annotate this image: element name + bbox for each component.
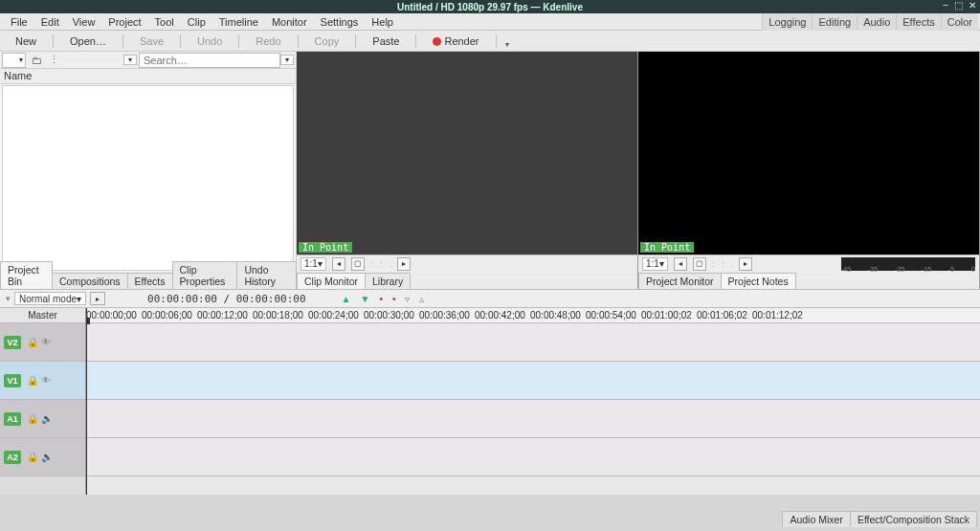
tab-project-notes[interactable]: Project Notes <box>721 273 796 289</box>
bin-view-dropdown[interactable] <box>2 53 26 68</box>
workspace-audio[interactable]: Audio <box>857 14 896 30</box>
marker-in-icon[interactable]: ▲ <box>339 294 354 304</box>
redo-button[interactable]: Redo <box>246 33 290 49</box>
tab-effects[interactable]: Effects <box>127 273 173 289</box>
menu-timeline[interactable]: Timeline <box>212 14 265 30</box>
track-row-a2[interactable] <box>86 438 980 476</box>
workspace-color[interactable]: Color <box>941 14 978 30</box>
menu-edit[interactable]: Edit <box>34 14 66 30</box>
mute-icon[interactable]: 🔈 <box>41 452 53 462</box>
menu-view[interactable]: View <box>66 14 102 30</box>
track-header-a2[interactable]: A2 🔒🔈 <box>0 438 85 476</box>
track-header-a1[interactable]: A1 🔒🔈 <box>0 400 85 438</box>
master-track-header[interactable]: Master <box>0 308 85 323</box>
menu-clip[interactable]: Clip <box>181 14 212 30</box>
track-row-v2[interactable] <box>86 323 980 362</box>
menu-settings[interactable]: Settings <box>314 14 366 30</box>
render-dropdown-icon[interactable] <box>505 37 513 45</box>
bin-list[interactable] <box>2 85 294 271</box>
playhead[interactable] <box>86 308 87 495</box>
bin-tabs: Project Bin Compositions Effects Clip Pr… <box>0 272 296 289</box>
tab-effect-stack[interactable]: Effect/Composition Stack <box>850 511 977 527</box>
clip-prev-button[interactable]: ◂ <box>332 257 345 271</box>
render-button[interactable]: Render <box>423 33 488 49</box>
minimize-icon[interactable]: − <box>943 0 948 11</box>
undo-button[interactable]: Undo <box>188 33 232 49</box>
lock-icon[interactable]: 🔒 <box>27 452 38 462</box>
menu-file[interactable]: File <box>4 14 34 30</box>
lock-icon[interactable]: 🔒 <box>27 375 38 386</box>
eye-icon[interactable]: 👁 <box>41 337 51 347</box>
clip-next-button[interactable]: ▸ <box>397 257 411 271</box>
menu-tool[interactable]: Tool <box>148 14 181 30</box>
main-toolbar: New Open… Save Undo Redo Copy Paste Rend… <box>0 31 980 52</box>
ruler-tick: 00:00:06;00 <box>142 310 197 321</box>
ruler-tick: 00:01:12;02 <box>752 310 808 321</box>
timeline-timecode: 00:00:00:00 / 00:00:00:00 <box>142 293 312 305</box>
track-row-a1[interactable] <box>86 400 980 438</box>
project-zoom-select[interactable]: 1:1 ▾ <box>642 257 668 271</box>
lock-icon[interactable]: 🔒 <box>27 413 38 424</box>
menu-project[interactable]: Project <box>101 14 147 30</box>
sort-icon[interactable]: ⋮ <box>45 54 62 66</box>
folder-icon[interactable]: 🗀 <box>28 55 45 66</box>
window-title: Untitled / HD 1080p 29.97 fps — Kdenlive <box>397 2 583 12</box>
timeline-play-button[interactable]: ▸ <box>90 292 105 305</box>
marker-guide2-icon[interactable]: ▵ <box>416 294 427 304</box>
menu-monitor[interactable]: Monitor <box>265 14 314 30</box>
eye-icon[interactable]: 👁 <box>41 375 51 386</box>
timeline-toolbar: ▾ Normal mode ▾ ▸ 00:00:00:00 / 00:00:00… <box>0 289 980 308</box>
ruler-tick: 00:00:24;00 <box>308 310 364 321</box>
compositing-dropdown-icon[interactable]: ▾ <box>6 294 11 303</box>
bin-search-options-dropdown[interactable] <box>280 55 294 65</box>
track-header-v2[interactable]: V2 🔒👁 <box>0 323 85 362</box>
tab-library[interactable]: Library <box>365 273 411 289</box>
clip-play-button[interactable]: ▢ <box>351 257 365 271</box>
project-next-button[interactable]: ▸ <box>739 257 752 271</box>
track-badge-a2: A2 <box>4 451 21 464</box>
tab-project-monitor[interactable]: Project Monitor <box>638 273 722 289</box>
timeline-ruler[interactable]: 00:00:00;00 00:00:06;00 00:00:12;00 00:0… <box>86 308 980 323</box>
edit-mode-select[interactable]: Normal mode ▾ <box>14 292 86 305</box>
marker-end-icon[interactable]: • <box>390 294 399 304</box>
maximize-icon[interactable]: ⬚ <box>954 0 963 11</box>
mute-icon[interactable]: 🔈 <box>41 413 53 424</box>
timeline-area[interactable]: 00:00:00;00 00:00:06;00 00:00:12;00 00:0… <box>86 308 980 495</box>
workspace-effects[interactable]: Effects <box>896 14 940 30</box>
menu-help[interactable]: Help <box>365 14 400 30</box>
copy-button[interactable]: Copy <box>305 33 349 49</box>
save-button[interactable]: Save <box>130 33 173 49</box>
bin-sort-dropdown[interactable] <box>123 55 137 65</box>
ruler-tick: 00:01:00;02 <box>641 310 697 321</box>
marker-start-icon[interactable]: • <box>376 294 386 304</box>
clip-monitor-view[interactable]: In Point <box>297 52 637 254</box>
project-play-button[interactable]: ▢ <box>693 257 706 271</box>
search-input[interactable] <box>139 53 280 68</box>
paste-button[interactable]: Paste <box>363 33 409 49</box>
tab-clip-monitor[interactable]: Clip Monitor <box>297 273 366 289</box>
open-button[interactable]: Open… <box>60 33 116 49</box>
track-row-v1[interactable] <box>86 362 980 400</box>
clip-zoom-select[interactable]: 1:1 ▾ <box>301 257 326 271</box>
track-header-v1[interactable]: V1 🔒👁 <box>0 362 85 400</box>
new-button[interactable]: New <box>6 33 46 49</box>
clip-timecode-sep: : : . <box>370 259 392 269</box>
project-monitor-view[interactable]: In Point <box>638 52 979 254</box>
tab-audio-mixer[interactable]: Audio Mixer <box>782 511 850 527</box>
lock-icon[interactable]: 🔒 <box>27 337 38 347</box>
marker-out-icon[interactable]: ▼ <box>358 294 373 304</box>
track-headers: Master V2 🔒👁 V1 🔒👁 A1 🔒🔈 A2 🔒🔈 <box>0 308 86 495</box>
workspace-logging[interactable]: Logging <box>762 14 812 30</box>
tab-compositions[interactable]: Compositions <box>52 273 128 289</box>
ruler-tick: 00:00:00;00 <box>86 310 142 321</box>
workspace-editing[interactable]: Editing <box>812 14 857 30</box>
audio-scope: -45 -35 -25 -15 -5 0 <box>841 257 975 271</box>
close-icon[interactable]: ✕ <box>969 0 976 11</box>
clip-in-point-label: In Point <box>299 242 352 253</box>
project-prev-button[interactable]: ◂ <box>674 257 687 271</box>
tab-clip-properties[interactable]: Clip Properties <box>172 261 238 289</box>
tab-project-bin[interactable]: Project Bin <box>0 261 53 289</box>
marker-guide-icon[interactable]: ▿ <box>402 294 412 304</box>
bin-name-header[interactable]: Name <box>0 69 296 84</box>
tab-undo-history[interactable]: Undo History <box>236 261 297 289</box>
